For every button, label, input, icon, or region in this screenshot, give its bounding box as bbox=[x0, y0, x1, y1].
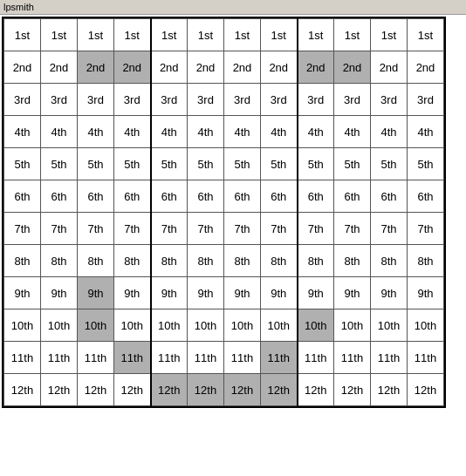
table-cell: 11th bbox=[78, 342, 114, 374]
table-cell: 12th bbox=[224, 374, 261, 406]
table-cell: 9th bbox=[188, 277, 224, 309]
table-cell: 4th bbox=[114, 116, 151, 148]
table-cell: 12th bbox=[371, 374, 408, 406]
table-cell: 6th bbox=[408, 180, 444, 213]
table-cell: 8th bbox=[224, 245, 261, 277]
table-cell: 3rd bbox=[298, 84, 334, 116]
table-cell: 9th bbox=[334, 277, 371, 309]
table-cell: 3rd bbox=[78, 84, 114, 116]
table-cell: 10th bbox=[408, 309, 444, 342]
table-cell: 4th bbox=[408, 116, 444, 148]
table-cell: 1st bbox=[261, 19, 298, 51]
table-cell: 11th bbox=[224, 342, 261, 374]
table-cell: 11th bbox=[408, 342, 444, 374]
table-cell: 4th bbox=[224, 116, 261, 148]
table-cell: 12th bbox=[78, 374, 114, 406]
table-cell: 7th bbox=[261, 213, 298, 245]
table-cell: 1st bbox=[151, 19, 188, 51]
table-cell: 12th bbox=[41, 374, 78, 406]
table-cell: 10th bbox=[224, 309, 261, 342]
table-cell: 7th bbox=[4, 213, 41, 245]
grid-container: 1st1st1st1st1st1st1st1st1st1st1st1st2nd2… bbox=[2, 17, 446, 408]
table-cell: 2nd bbox=[298, 51, 334, 84]
table-cell: 3rd bbox=[188, 84, 224, 116]
table-cell: 8th bbox=[78, 245, 114, 277]
table-cell: 6th bbox=[188, 180, 224, 213]
table-cell: 2nd bbox=[371, 51, 408, 84]
table-cell: 12th bbox=[4, 374, 41, 406]
table-cell: 10th bbox=[4, 309, 41, 342]
table-cell: 11th bbox=[114, 342, 151, 374]
table-cell: 6th bbox=[151, 180, 188, 213]
table-cell: 5th bbox=[298, 148, 334, 180]
table-cell: 2nd bbox=[151, 51, 188, 84]
table-cell: 8th bbox=[371, 245, 408, 277]
table-cell: 8th bbox=[298, 245, 334, 277]
table-cell: 7th bbox=[334, 213, 371, 245]
table-cell: 11th bbox=[41, 342, 78, 374]
table-cell: 6th bbox=[298, 180, 334, 213]
table-cell: 12th bbox=[114, 374, 151, 406]
table-cell: 3rd bbox=[224, 84, 261, 116]
table-cell: 6th bbox=[78, 180, 114, 213]
table-cell: 11th bbox=[188, 342, 224, 374]
table-cell: 9th bbox=[298, 277, 334, 309]
table-cell: 6th bbox=[371, 180, 408, 213]
table-cell: 10th bbox=[114, 309, 151, 342]
table-cell: 10th bbox=[371, 309, 408, 342]
table-cell: 1st bbox=[4, 19, 41, 51]
table-cell: 9th bbox=[151, 277, 188, 309]
table-cell: 12th bbox=[298, 374, 334, 406]
table-cell: 2nd bbox=[224, 51, 261, 84]
table-cell: 1st bbox=[41, 19, 78, 51]
table-cell: 5th bbox=[41, 148, 78, 180]
table-cell: 8th bbox=[261, 245, 298, 277]
table-cell: 4th bbox=[151, 116, 188, 148]
table-cell: 2nd bbox=[114, 51, 151, 84]
table-cell: 2nd bbox=[188, 51, 224, 84]
table-cell: 5th bbox=[261, 148, 298, 180]
table-cell: 10th bbox=[151, 309, 188, 342]
table-cell: 4th bbox=[41, 116, 78, 148]
table-cell: 10th bbox=[298, 309, 334, 342]
table-cell: 2nd bbox=[4, 51, 41, 84]
main-table: 1st1st1st1st1st1st1st1st1st1st1st1st2nd2… bbox=[3, 18, 444, 406]
table-cell: 12th bbox=[261, 374, 298, 406]
table-cell: 9th bbox=[371, 277, 408, 309]
table-cell: 11th bbox=[151, 342, 188, 374]
table-cell: 4th bbox=[371, 116, 408, 148]
table-cell: 2nd bbox=[334, 51, 371, 84]
table-cell: 4th bbox=[188, 116, 224, 148]
table-cell: 3rd bbox=[261, 84, 298, 116]
table-cell: 10th bbox=[78, 309, 114, 342]
table-cell: 2nd bbox=[78, 51, 114, 84]
table-cell: 1st bbox=[78, 19, 114, 51]
table-cell: 9th bbox=[408, 277, 444, 309]
table-cell: 8th bbox=[114, 245, 151, 277]
table-cell: 11th bbox=[371, 342, 408, 374]
table-cell: 6th bbox=[41, 180, 78, 213]
table-cell: 7th bbox=[408, 213, 444, 245]
table-cell: 11th bbox=[334, 342, 371, 374]
table-cell: 10th bbox=[41, 309, 78, 342]
table-cell: 7th bbox=[151, 213, 188, 245]
table-cell: 9th bbox=[41, 277, 78, 309]
table-cell: 12th bbox=[408, 374, 444, 406]
table-cell: 8th bbox=[188, 245, 224, 277]
table-cell: 12th bbox=[151, 374, 188, 406]
table-cell: 9th bbox=[4, 277, 41, 309]
table-cell: 11th bbox=[298, 342, 334, 374]
table-cell: 10th bbox=[188, 309, 224, 342]
table-cell: 10th bbox=[334, 309, 371, 342]
table-cell: 4th bbox=[298, 116, 334, 148]
table-cell: 5th bbox=[4, 148, 41, 180]
table-cell: 6th bbox=[114, 180, 151, 213]
table-cell: 8th bbox=[408, 245, 444, 277]
table-cell: 1st bbox=[408, 19, 444, 51]
table-cell: 1st bbox=[224, 19, 261, 51]
table-cell: 9th bbox=[78, 277, 114, 309]
table-cell: 5th bbox=[114, 148, 151, 180]
table-cell: 5th bbox=[334, 148, 371, 180]
table-cell: 1st bbox=[188, 19, 224, 51]
table-cell: 7th bbox=[78, 213, 114, 245]
